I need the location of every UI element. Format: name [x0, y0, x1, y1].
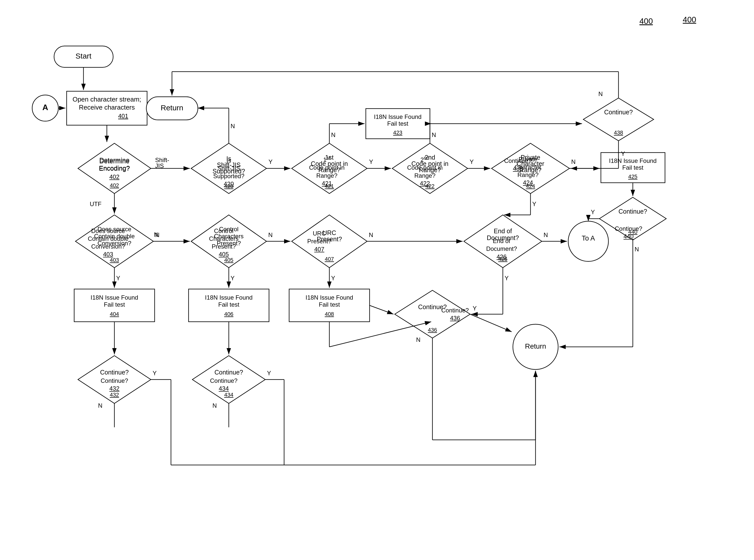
label-y-432: Y: [137, 386, 141, 394]
node-425: I18N Issue FoundFail test 425: [596, 149, 659, 182]
fig-label: 400: [683, 15, 696, 24]
label-y-422: Y: [446, 169, 451, 177]
node-407: URCPresent? 407: [286, 216, 352, 266]
node-424: PrivateCharacterRange? 424: [493, 144, 563, 197]
return-circle: Return: [512, 328, 557, 373]
label-y-407: Y: [312, 266, 316, 274]
label-n-420: N: [225, 138, 230, 145]
label-n-424: N: [548, 160, 552, 168]
label-y-438: Y: [531, 192, 535, 200]
label-n-438: N: [510, 138, 515, 145]
node-402: DetermineEncoding? 402: [82, 143, 147, 194]
node-406: I18N Issue FoundFail test 406: [187, 286, 258, 319]
flowchart-diagram: Start A Open character stream; Receive c…: [0, 0, 754, 560]
node-405: ControlCharactersPresent? 405: [190, 216, 258, 269]
label-n-405: N: [250, 236, 255, 243]
node-408: I18N Issue FoundFail test 408: [286, 286, 357, 319]
node-A: A: [38, 99, 60, 122]
node-434: Continue? 434: [191, 359, 256, 410]
label-y-426: Y: [503, 266, 507, 274]
label-y-420: Y: [250, 169, 254, 177]
return-node-top: Return: [147, 96, 202, 121]
svg-marker-67: [562, 345, 566, 348]
node-432: Continue? 432: [82, 359, 147, 410]
label-y-424: Y: [522, 192, 526, 200]
start-node: Start: [54, 48, 110, 71]
label-n-426: N: [530, 236, 535, 243]
label-n-434: N: [199, 417, 203, 424]
label-y-440: Y: [611, 211, 615, 219]
label-y-405: Y: [209, 266, 213, 274]
label-n-440: N: [631, 265, 636, 273]
label-y-403: Y: [99, 266, 104, 274]
node-401: Open character stream; Receive character…: [77, 91, 152, 126]
label-shift-jis: Shift-JIS: [158, 155, 174, 170]
label-n-422: N: [422, 138, 427, 145]
node-423: I18N Issue FoundFail test 423: [359, 108, 420, 141]
node-426: End ofDocument? 426: [465, 221, 538, 277]
label-utf: UTF: [89, 196, 102, 204]
label-n-421: N: [323, 138, 328, 145]
label-y-421: Y: [348, 169, 353, 177]
node-403: Does sourceContain doubleConversion? 403: [71, 213, 146, 273]
node-404: I18N Issue FoundFail test 404: [77, 286, 150, 319]
label-n-425: N (to 440): [617, 190, 647, 198]
label-n-432: N: [89, 417, 94, 424]
label-n-407: N: [347, 236, 352, 243]
label-n-403: N: [151, 236, 156, 243]
label-y-434: Y: [245, 386, 250, 394]
node-436: Continue? 436: [422, 289, 488, 339]
svg-marker-57: [526, 288, 530, 293]
